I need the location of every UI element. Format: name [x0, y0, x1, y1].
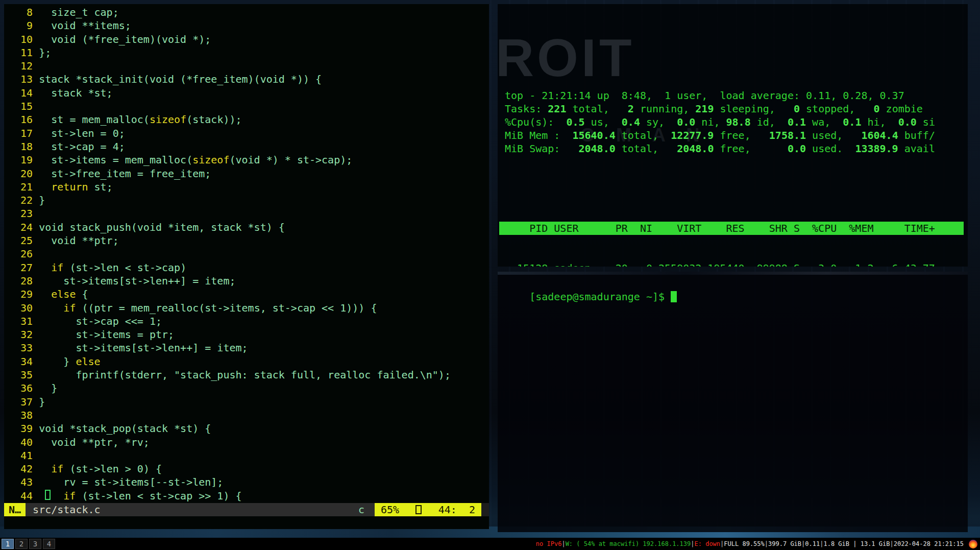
top-text: avail [898, 142, 935, 155]
line-number: 11 [14, 46, 39, 59]
code-text: st->len = 0; [39, 127, 125, 139]
code-line: 31 st->cap <<= 1; [14, 315, 489, 328]
statusline-tail [481, 503, 489, 516]
top-text: running, [634, 103, 695, 115]
code-keyword: if [51, 261, 63, 274]
top-process-table: 15128 sadeep 20 0 2559032 195440 99988 S… [505, 261, 968, 267]
code-line: 28 st->items[st->len++] = item; [14, 274, 489, 288]
top-text: used. [806, 142, 855, 155]
status-separator: | [820, 540, 823, 547]
status-bar: 1234 no IPv6|W: ( 54% at macwifi) 192.16… [0, 538, 980, 550]
top-value-bold: 12277.9 [671, 129, 714, 141]
code-line: 21 return st; [14, 180, 489, 194]
top-text: MiB Mem : [505, 129, 572, 141]
code-text: void **ptr; [39, 234, 119, 247]
top-text: wa, [806, 116, 843, 128]
code-line: 23 [14, 207, 489, 220]
line-number: 19 [14, 154, 39, 166]
status-separator: | [561, 540, 565, 547]
line-number: 17 [14, 127, 39, 139]
top-summary-line: MiB Swap: 2048.0 total, 2048.0 free, 0.0… [505, 142, 968, 155]
top-text: stopped, [800, 103, 874, 115]
status-segment: W: ( 54% at macwifi) 192.168.1.139 [566, 540, 691, 547]
line-number: 30 [14, 302, 39, 314]
shell-prompt: [sadeep@smadurange ~]$ [529, 291, 671, 303]
code-text: st->cap <<= 1; [39, 315, 162, 327]
code-text: stack *stack_init(void (*free_item)(void… [39, 73, 322, 85]
code-line: 18 st->cap = 4; [14, 140, 489, 153]
line-number: 14 [14, 87, 39, 99]
vim-mode-indicator: N… [4, 503, 26, 516]
top-value-bold: 0.1 [843, 116, 861, 128]
line-number: 27 [14, 261, 39, 274]
workspace-button-2[interactable]: 2 [15, 539, 28, 549]
code-text: { [76, 288, 88, 300]
top-text: free, [714, 142, 788, 155]
line-number: 36 [14, 382, 39, 394]
line-number: 18 [14, 140, 39, 153]
line-number: 9 [14, 19, 39, 32]
shell-terminal-window[interactable]: [sadeep@smadurange ~]$ [498, 272, 968, 532]
line-number: 16 [14, 113, 39, 126]
top-text: total, [616, 129, 671, 141]
code-line: 11 }; [14, 46, 489, 59]
top-summary: top - 21:21:14 up 8:48, 1 user, load ave… [505, 89, 968, 155]
code-text: (stack)); [186, 113, 241, 126]
top-text: sleeping, [714, 103, 794, 115]
code-line: 20 st->free_item = free_item; [14, 167, 489, 180]
code-text: void **ptr, *rv; [39, 436, 150, 448]
line-number: 39 [14, 422, 39, 435]
code-text: st->items[st->len++] = item; [39, 275, 235, 287]
code-text: (st->len < st->cap) [63, 261, 186, 274]
code-area[interactable]: 8 size_t cap; 9 void **items; 10 void (*… [4, 4, 489, 503]
workspace-button-3[interactable]: 3 [29, 539, 41, 549]
top-output: top - 21:21:14 up 8:48, 1 user, load ave… [498, 57, 968, 267]
top-value-bold: 0.0 [788, 142, 806, 155]
status-segment: 399.7 GiB [768, 540, 801, 547]
code-keyword: else [76, 355, 100, 368]
line-number: 24 [14, 221, 39, 233]
code-text: (st->len > 0) { [63, 463, 162, 475]
line-number: 20 [14, 168, 39, 180]
status-separator: | [801, 540, 805, 547]
shell-prompt-line[interactable]: [sadeep@smadurange ~]$ [498, 272, 968, 315]
blank-line [505, 182, 968, 195]
status-separator: | [720, 540, 724, 547]
code-text: void (*free_item)(void *); [39, 33, 211, 45]
line-number: 32 [14, 328, 39, 341]
top-value-bold: 0 [794, 103, 800, 115]
code-line: 36 } [14, 381, 489, 395]
code-text: void stack_push(void *item, stack *st) { [39, 221, 285, 233]
top-summary-line: MiB Mem : 15640.4 total, 12277.9 free, 1… [505, 129, 968, 142]
top-text: buff/ [898, 129, 935, 141]
editor-window[interactable]: 8 size_t cap; 9 void **items; 10 void (*… [4, 4, 489, 529]
line-number: 31 [14, 315, 39, 327]
code-line: 40 void **ptr, *rv; [14, 436, 489, 449]
code-keyword: if [63, 490, 76, 502]
code-line: 26 [14, 247, 489, 260]
code-line: 33 st->items[st->len++] = item; [14, 341, 489, 354]
top-value-bold: 1758.1 [769, 129, 806, 141]
code-text: ((ptr = mem_realloc(st->items, st->cap <… [76, 302, 377, 314]
line-number: 29 [14, 288, 39, 300]
top-terminal-window[interactable]: ROIT O M A N top - 21:21:14 up 8:48, 1 u… [498, 4, 968, 267]
top-value-bold: 2048.0 [677, 142, 714, 155]
code-text: rv = st->items[--st->len]; [39, 476, 223, 488]
status-segment: FULL 89.55% [724, 540, 764, 547]
status-separator: | [890, 540, 893, 547]
code-line: 25 void **ptr; [14, 234, 489, 247]
top-value-bold: 1604.4 [861, 129, 898, 141]
filetype-label: c [358, 503, 368, 516]
vim-statusline: N… src/stack.c c 65% 44: 2 [4, 503, 489, 516]
top-value-bold: 2048.0 [579, 142, 616, 155]
workspace-button-4[interactable]: 4 [43, 539, 55, 549]
code-keyword: return [51, 181, 88, 193]
code-line: 29 else { [14, 288, 489, 301]
code-text: void *stack_pop(stack *st) { [39, 422, 211, 435]
workspace-button-1[interactable]: 1 [2, 539, 14, 549]
code-keyword: if [51, 463, 63, 475]
code-line: 43 rv = st->items[--st->len]; [14, 475, 489, 489]
code-text: st = mem_malloc( [39, 113, 150, 126]
code-text: st; [88, 181, 113, 193]
fire-icon [969, 540, 977, 548]
